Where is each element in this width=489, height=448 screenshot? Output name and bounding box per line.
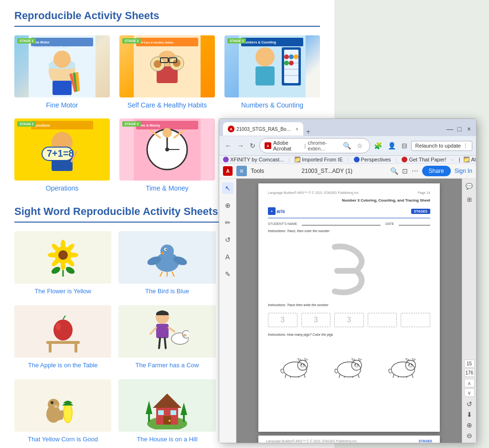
bookmark-getpaper[interactable]: Get That Paper! xyxy=(402,157,446,162)
pig-svg-3 xyxy=(386,353,420,379)
card-operations[interactable]: STAGE 2 Operations 7+1=8 Operati xyxy=(14,118,110,192)
perspectives-icon xyxy=(354,157,360,162)
trace-box-4 xyxy=(368,313,397,327)
sidebar-icon[interactable]: ⊟ xyxy=(400,141,409,150)
close-button[interactable]: × xyxy=(466,126,472,132)
bookmark-imported[interactable]: 📁 Imported From IE xyxy=(295,157,343,162)
reload-pdf-button[interactable]: ↺ xyxy=(464,399,475,409)
pdf-signin-button[interactable]: Sign In xyxy=(455,168,472,174)
profile-icon[interactable]: 👤 xyxy=(386,141,398,150)
pdf-zoom-tool[interactable]: ⊕ xyxy=(222,200,234,211)
pdf-more-button[interactable]: ⋯ xyxy=(412,167,418,175)
sight-card-apple[interactable]: The Apple is on the Table xyxy=(14,305,111,370)
pdf-annotate-tool[interactable]: ✏ xyxy=(222,217,234,228)
svg-rect-92 xyxy=(74,344,77,352)
card-image-self-care: STAGE 2 Self Care & Healthy Habits xyxy=(119,35,215,97)
relaunch-button[interactable]: Relaunch to update ⋮ xyxy=(411,141,472,151)
pdf-left-panel: ↖ ⊕ ✏ ↺ A ✎ xyxy=(219,179,236,443)
bookmark-allbookmarks[interactable]: 📁 All Bookmarks xyxy=(464,157,476,162)
relaunch-menu-icon: ⋮ xyxy=(463,143,468,149)
trace-box-1: 3 xyxy=(268,313,298,327)
sight-label-bird: The Bird is Blue xyxy=(145,288,189,296)
svg-rect-126 xyxy=(170,410,176,415)
sight-label-squirrel: That Yellow Corn is Good xyxy=(28,436,98,444)
maximize-button[interactable]: □ xyxy=(456,126,463,132)
pdf-instructions-3: Instructions: How many pigs? Color the p… xyxy=(268,333,430,336)
pdf-edit-tool[interactable]: ✎ xyxy=(222,268,234,280)
stage-badge-fine-motor: STAGE 1 xyxy=(17,38,36,43)
pdf-instructions-2: Instructions: Trace then write the numbe… xyxy=(268,303,430,307)
sight-label-apple: The Apple is on the Table xyxy=(28,362,98,370)
card-fine-motor[interactable]: STAGE 1 Fine Motor Reproducible Activity… xyxy=(14,35,110,109)
address-ext: | xyxy=(305,143,306,149)
sight-image-squirrel xyxy=(14,379,111,432)
svg-marker-130 xyxy=(181,403,187,415)
svg-point-119 xyxy=(54,405,58,408)
svg-point-156 xyxy=(357,364,359,366)
search-icon[interactable]: 🔍 xyxy=(341,141,353,150)
pdf-footer-left: Language Builder® ARS™ © © 2021 STAGES P… xyxy=(268,191,360,194)
tab-close-btn[interactable]: × xyxy=(296,127,298,132)
aris-header: + aris STAGES xyxy=(268,207,430,218)
address-bar[interactable]: A Adobe Acrobat | chrome-exten... 🔍 ☆ xyxy=(259,138,370,153)
card-image-fine-motor: STAGE 1 Fine Motor Reproducible Activity… xyxy=(14,35,110,97)
zoom-out-button[interactable]: ⊖ xyxy=(464,430,475,441)
back-button[interactable]: ← xyxy=(223,141,234,150)
svg-line-162 xyxy=(358,374,359,378)
card-label-time-money: Time & Money xyxy=(146,184,189,192)
bookmark-perspectives[interactable]: Perspectives xyxy=(354,157,391,162)
sight-card-house[interactable]: The House is on a Hill xyxy=(118,379,215,444)
svg-line-100 xyxy=(165,338,166,348)
zoom-in-button[interactable]: ⊕ xyxy=(464,420,475,430)
svg-line-148 xyxy=(285,374,286,378)
bookmarks-bar: XFINITY by Comcast... | 📁 Imported From … xyxy=(219,156,476,164)
forward-button[interactable]: → xyxy=(235,141,246,150)
svg-point-152 xyxy=(337,362,361,377)
address-text: Adobe Acrobat xyxy=(273,140,303,151)
card-time-money[interactable]: STAGE 2 Time & Money xyxy=(119,118,215,192)
browser-titlebar: A 21003_STGS_RAS_Book3_Num... × + — □ × xyxy=(219,119,476,136)
bookmark-star-icon[interactable]: ☆ xyxy=(355,141,365,150)
pdf-app-toolbar: A ⊞ Tools 21003_ST...ADY (1) 🔍 ⊡ ⋯ Share… xyxy=(219,164,476,179)
pdf-comment-icon[interactable]: 💬 xyxy=(464,181,475,192)
svg-text:7+1=8: 7+1=8 xyxy=(47,148,74,159)
extensions-icon[interactable]: 🧩 xyxy=(372,141,384,150)
pdf-body: ↖ ⊕ ✏ ↺ A ✎ Language Builder® ARS™ © © 2… xyxy=(219,179,476,443)
svg-marker-122 xyxy=(153,394,181,408)
pdf-page-heading: Number 3 Coloring, Counting, and Tracing… xyxy=(268,198,430,203)
pdf-content-area[interactable]: Language Builder® ARS™ © © 2021 STAGES P… xyxy=(236,179,462,443)
big-number-display xyxy=(268,237,430,299)
save-pdf-button[interactable]: ⬇ xyxy=(464,409,475,420)
reload-button[interactable]: ↻ xyxy=(248,141,257,150)
stages-footer: STAGES xyxy=(419,439,432,443)
pdf-text-tool[interactable]: A xyxy=(222,251,234,263)
pdf-page-2-preview: Language Builder® ARS™ © © 2021 STAGES P… xyxy=(258,436,440,443)
pdf-thumbnail-icon[interactable]: ⊞ xyxy=(464,194,475,205)
scroll-up-button[interactable]: ∧ xyxy=(464,379,475,387)
tools-button[interactable]: Tools xyxy=(251,168,264,174)
pdf-search-button[interactable]: 🔍 xyxy=(390,167,398,175)
svg-line-173 xyxy=(413,374,414,378)
new-tab-button[interactable]: + xyxy=(304,128,312,136)
card-numbers[interactable]: STAGE 3 Numbers & Counting xyxy=(224,35,320,109)
sight-card-bird[interactable]: The Bird is Blue xyxy=(118,231,215,296)
sight-card-squirrel[interactable]: That Yellow Corn is Good xyxy=(14,379,111,444)
sight-card-sunflower[interactable]: The Flower is Yellow xyxy=(14,231,111,296)
svg-point-124 xyxy=(169,420,170,422)
sight-label-farmer: The Farmer has a Cow xyxy=(136,362,199,370)
sight-card-farmer[interactable]: The Farmer has a Cow xyxy=(118,305,215,370)
card-label-numbers: Numbers & Counting xyxy=(241,101,303,109)
pdf-share-button[interactable]: Share xyxy=(422,166,451,176)
pdf-select-tool[interactable]: ↖ xyxy=(222,182,234,194)
svg-rect-129 xyxy=(183,415,185,422)
bookmark-xfinity[interactable]: XFINITY by Comcast... xyxy=(223,157,284,162)
card-self-care[interactable]: STAGE 2 Self Care & Healthy Habits xyxy=(119,35,215,109)
card-label-fine-motor: Fine Motor xyxy=(46,101,78,109)
browser-tab-active[interactable]: A 21003_STGS_RAS_Book3_Num... × xyxy=(223,122,303,136)
svg-point-144 xyxy=(300,364,302,366)
svg-point-141 xyxy=(283,362,307,377)
minimize-button[interactable]: — xyxy=(446,126,453,132)
pdf-crop-tool[interactable]: ↺ xyxy=(222,234,234,245)
scroll-down-button[interactable]: ∨ xyxy=(464,388,475,397)
pdf-copy-button[interactable]: ⊡ xyxy=(402,167,408,175)
